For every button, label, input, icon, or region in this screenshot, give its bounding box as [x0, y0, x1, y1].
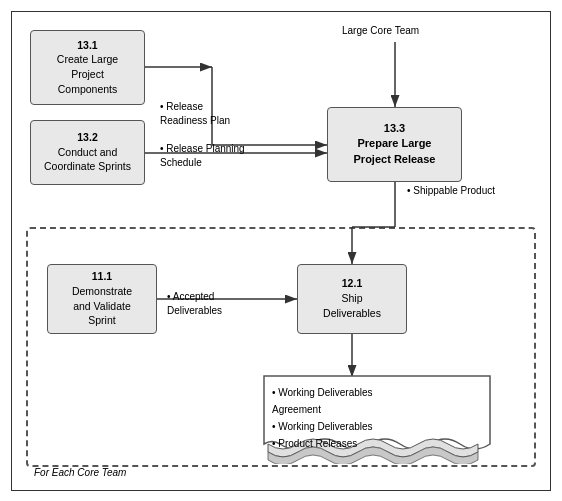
for-each-label: For Each Core Team	[34, 467, 126, 478]
box-13-2: 13.2 Conduct andCoordinate Sprints	[30, 120, 145, 185]
shippable-product-label: • Shippable Product	[407, 184, 495, 198]
box-13-1: 13.1 Create LargeProjectComponents	[30, 30, 145, 105]
document-content-label: • Working Deliverables Agreement• Workin…	[272, 384, 373, 452]
box-12-1: 12.1 ShipDeliverables	[297, 264, 407, 334]
accepted-deliverables-label: • Accepted Deliverables	[167, 290, 222, 318]
release-readiness-plan-label: • Release Readiness Plan	[160, 100, 230, 128]
large-core-team-label: Large Core Team	[342, 24, 419, 38]
box-13-3: 13.3Prepare LargeProject Release	[327, 107, 462, 182]
box-11-1: 11.1 Demonstrateand ValidateSprint	[47, 264, 157, 334]
release-planning-schedule-label: • Release Planning Schedule	[160, 142, 245, 170]
diagram-container: 13.1 Create LargeProjectComponents 13.2 …	[11, 11, 551, 491]
